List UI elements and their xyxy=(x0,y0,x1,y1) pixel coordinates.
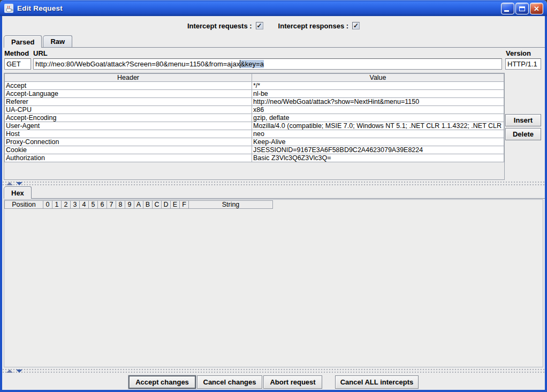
method-field[interactable]: GET xyxy=(4,58,31,70)
footer-button-bar: Accept changes Cancel changes Abort requ… xyxy=(2,375,545,389)
header-cell[interactable]: Accept-Language xyxy=(5,90,252,98)
header-cell[interactable]: Accept xyxy=(5,82,252,90)
value-cell[interactable]: nl-be xyxy=(252,90,504,98)
value-cell[interactable]: http://neo/WebGoat/attack?show=NextHint&… xyxy=(252,98,504,106)
header-cell[interactable]: Host xyxy=(5,130,252,138)
hex-col[interactable]: 8 xyxy=(116,200,125,209)
close-icon: ✕ xyxy=(534,5,540,12)
url-label: URL xyxy=(33,49,48,57)
cancel-all-intercepts-button[interactable]: Cancel ALL intercepts xyxy=(335,375,419,389)
checkmark-icon: ✓ xyxy=(257,22,262,29)
tab-parsed[interactable]: Parsed xyxy=(4,35,42,48)
table-row: UA-CPUx86 xyxy=(5,106,504,114)
checkmark-icon: ✓ xyxy=(353,22,359,29)
value-cell[interactable]: JSESSIONID=9167E3A6F58BD9C2A4623079A39E8… xyxy=(252,146,504,154)
minimize-icon xyxy=(504,10,509,12)
header-cell[interactable]: Cookie xyxy=(5,146,252,154)
abort-request-button[interactable]: Abort request xyxy=(263,375,322,389)
close-button[interactable]: ✕ xyxy=(530,3,543,14)
hex-col[interactable]: C xyxy=(152,200,162,209)
minimize-button[interactable] xyxy=(501,3,514,14)
url-field[interactable]: http://neo:80/WebGoat/attack?Screen=80&m… xyxy=(33,58,502,70)
collapse-up-icon[interactable] xyxy=(6,370,13,373)
header-cell[interactable]: User-Agent xyxy=(5,122,252,130)
intercept-requests-checkbox[interactable]: ✓ xyxy=(256,22,263,29)
hex-col[interactable]: 2 xyxy=(61,200,71,209)
table-row: Accept-Languagenl-be xyxy=(5,90,504,98)
value-cell[interactable]: */* xyxy=(252,82,504,90)
cancel-changes-button[interactable]: Cancel changes xyxy=(197,375,262,389)
headers-scrollpane: Header Value Accept*/* Accept-Languagenl… xyxy=(4,73,505,180)
table-row: User-AgentMozilla/4.0 (compatible; MSIE … xyxy=(5,122,504,130)
collapse-down-icon[interactable] xyxy=(16,370,22,373)
value-cell[interactable]: Mozilla/4.0 (compatible; MSIE 7.0; Windo… xyxy=(252,122,504,130)
table-row: Hostneo xyxy=(5,130,504,138)
hex-col[interactable]: 0 xyxy=(43,200,52,209)
version-field[interactable]: HTTP/1.1 xyxy=(505,58,541,70)
version-label: Version xyxy=(506,49,531,57)
split-divider[interactable] xyxy=(2,368,545,373)
url-selected-text: &key=a xyxy=(240,60,264,68)
hex-col[interactable]: F xyxy=(179,200,189,209)
hex-col-string[interactable]: String xyxy=(188,200,273,209)
header-cell[interactable]: UA-CPU xyxy=(5,106,252,114)
hex-col[interactable]: D xyxy=(161,200,171,209)
title-bar[interactable]: Edit Request ✕ xyxy=(0,0,547,16)
tab-hex[interactable]: Hex xyxy=(4,186,32,199)
header-cell[interactable]: Proxy-Connection xyxy=(5,138,252,146)
window-title: Edit Request xyxy=(17,4,63,12)
header-cell[interactable]: Authorization xyxy=(5,154,252,162)
table-row: Proxy-ConnectionKeep-Alive xyxy=(5,138,504,146)
value-cell[interactable]: gzip, deflate xyxy=(252,114,504,122)
maximize-icon xyxy=(519,6,525,11)
intercept-responses-checkbox[interactable]: ✓ xyxy=(352,22,360,29)
method-label: Method xyxy=(4,49,29,57)
maximize-button[interactable] xyxy=(515,3,529,14)
hex-col-position[interactable]: Position xyxy=(4,200,43,209)
url-text: http://neo:80/WebGoat/attack?Screen=80&m… xyxy=(35,60,240,68)
tab-raw[interactable]: Raw xyxy=(43,35,72,47)
hex-col[interactable]: 9 xyxy=(125,200,134,209)
header-cell[interactable]: Accept-Encoding xyxy=(5,114,252,122)
table-row: CookieJSESSIONID=9167E3A6F58BD9C2A462307… xyxy=(5,146,504,154)
insert-button[interactable]: Insert xyxy=(505,114,541,126)
accept-changes-button[interactable]: Accept changes xyxy=(128,375,196,389)
value-cell[interactable]: Basic Z3Vlc3Q6Z3Vlc3Q= xyxy=(252,154,504,162)
intercept-requests-label: Intercept requests : xyxy=(187,22,252,30)
value-cell[interactable]: neo xyxy=(252,130,504,138)
hex-col[interactable]: 7 xyxy=(107,200,116,209)
request-view-tabs: Parsed Raw xyxy=(4,35,545,48)
table-row: Accept-Encodinggzip, deflate xyxy=(5,114,504,122)
hex-col[interactable]: 5 xyxy=(88,200,98,209)
table-row: Accept*/* xyxy=(5,82,504,90)
hex-col[interactable]: 3 xyxy=(70,200,80,209)
hex-col[interactable]: 6 xyxy=(97,200,107,209)
value-cell[interactable]: Keep-Alive xyxy=(252,138,504,146)
hex-col[interactable]: 4 xyxy=(79,200,89,209)
header-cell[interactable]: Referer xyxy=(5,98,252,106)
table-row: Refererhttp://neo/WebGoat/attack?show=Ne… xyxy=(5,98,504,106)
headers-table: Header Value Accept*/* Accept-Languagenl… xyxy=(4,73,504,162)
hex-col[interactable]: 1 xyxy=(52,200,62,209)
window-content: Intercept requests : ✓ Intercept respons… xyxy=(2,16,545,390)
intercept-responses-label: Intercept responses : xyxy=(278,22,349,30)
value-cell[interactable]: x86 xyxy=(252,106,504,114)
column-header-header[interactable]: Header xyxy=(5,74,252,82)
java-coffee-icon xyxy=(4,4,13,13)
split-divider[interactable] xyxy=(2,181,545,186)
collapse-down-icon[interactable] xyxy=(16,182,22,185)
content-view-tabs: Hex xyxy=(4,186,545,199)
hex-col[interactable]: A xyxy=(134,200,143,209)
hex-col[interactable]: B xyxy=(143,200,153,209)
hex-table-viewport xyxy=(4,209,543,367)
hex-col[interactable]: E xyxy=(170,200,180,209)
delete-button[interactable]: Delete xyxy=(505,128,541,140)
table-row: AuthorizationBasic Z3Vlc3Q6Z3Vlc3Q= xyxy=(5,154,504,162)
intercept-panel: Intercept requests : ✓ Intercept respons… xyxy=(2,19,545,33)
table-header-row: Header Value xyxy=(5,74,504,82)
hex-scrollpane: Position 0 1 2 3 4 5 6 7 8 9 A B C D E F… xyxy=(4,199,543,367)
column-header-value[interactable]: Value xyxy=(252,74,504,82)
window-controls: ✕ xyxy=(501,3,543,14)
hex-table-header: Position 0 1 2 3 4 5 6 7 8 9 A B C D E F… xyxy=(4,200,543,209)
collapse-up-icon[interactable] xyxy=(6,182,13,185)
